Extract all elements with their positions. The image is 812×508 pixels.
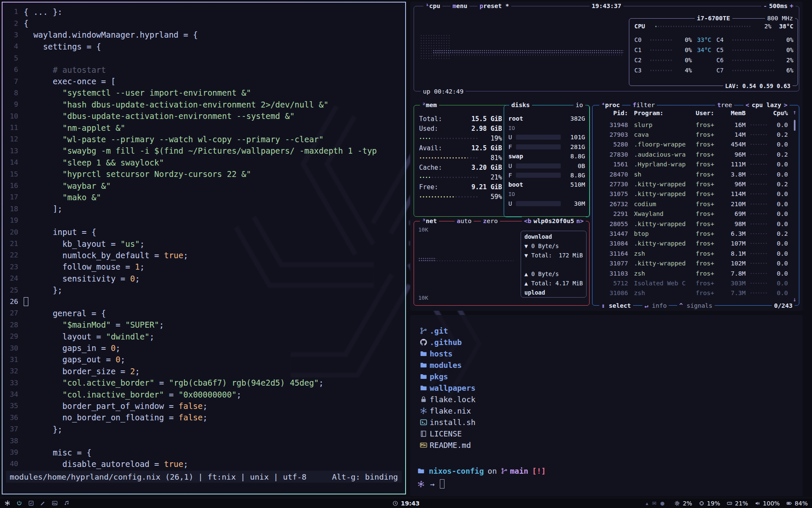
net-zero-button[interactable]: zero (481, 217, 500, 225)
editor-line[interactable]: 5 (5, 52, 404, 64)
launcher-power[interactable] (16, 500, 22, 506)
process-row[interactable]: 31447btopfros+6.3M0.2 (598, 229, 788, 238)
disks-io-mode[interactable]: io (573, 101, 585, 109)
editor-line[interactable]: 7 exec-once = [ (5, 75, 404, 87)
editor-line[interactable]: 10 "dbus-update-activation-environment -… (5, 110, 404, 122)
bar-stat-speaker[interactable]: 100% (754, 500, 780, 507)
launcher-pencil[interactable] (40, 500, 46, 506)
bar-stat-gear[interactable]: 2% (674, 500, 692, 507)
editor-line[interactable]: 36 no_border_on_floating = false; (5, 412, 404, 423)
editor-line[interactable]: 34 "col.inactive_border" = "0x00000000"; (5, 389, 404, 400)
process-row[interactable]: 31075.kitty-wrappedfros+114M0.0 (598, 189, 788, 199)
mem-box-title[interactable]: ²mem (420, 101, 439, 109)
launcher-music[interactable] (63, 500, 70, 506)
editor-line[interactable]: 22 numlock_by_default = true; (5, 249, 404, 261)
terminal-window[interactable]: .git.githubhostsmodulespkgswallpapersfla… (410, 315, 803, 496)
process-row[interactable]: 27830.audacious-wrafros+96M0.2 (598, 149, 788, 159)
process-row[interactable]: 5280.floorp-wrappefros+454M0.0 (598, 140, 788, 149)
process-row[interactable]: 31084.kitty-wrappedfros+107M0.0 (598, 239, 788, 248)
proc-box-title[interactable]: ⁴proc (599, 101, 622, 109)
code-text: "hash dbus-update-activation-environment… (24, 100, 329, 109)
proc-scrollbar[interactable] (794, 120, 796, 131)
bar-stat-chip[interactable]: 19% (699, 500, 720, 507)
editor-line[interactable]: 16 "waybar &" (5, 180, 404, 191)
btop-window[interactable]: ¹cpu menu preset * 19:43:37 -500ms+ i7-6… (410, 2, 803, 311)
editor-line[interactable]: 29 layout = "dwindle"; (5, 331, 404, 342)
editor-line[interactable]: 14 "sleep 1 && swaylock" (5, 157, 404, 168)
launcher-nix[interactable] (4, 500, 11, 506)
proc-signals-action[interactable]: ^ signals (677, 301, 715, 310)
editor-line[interactable]: 18 ]; (5, 203, 404, 215)
editor-line[interactable]: 27 general = { (5, 307, 404, 319)
editor-line[interactable]: 6 # autostart (5, 64, 404, 75)
launcher-image[interactable] (52, 500, 58, 506)
editor-line[interactable]: 28 "$mainMod" = "SUPER"; (5, 319, 404, 331)
shell-input-line[interactable]: → (417, 479, 444, 489)
proc-sort-switcher[interactable]: <cpu lazy> (743, 101, 790, 109)
editor-line[interactable]: 13 "swaybg -m fill -i $(find ~/Pictures/… (5, 145, 404, 157)
cpu-total-percent: 2% (755, 23, 771, 30)
editor-line[interactable]: 37 }; (5, 423, 404, 435)
net-auto-button[interactable]: auto (455, 217, 474, 225)
cpu-box-title[interactable]: ¹cpu (423, 2, 442, 10)
editor-line[interactable]: 31 gaps_out = 0; (5, 354, 404, 365)
menu-button[interactable]: menu (450, 2, 469, 10)
proc-info-action[interactable]: ↵ info (642, 301, 669, 310)
editor-line[interactable]: 38 (5, 435, 404, 446)
editor-line[interactable]: 2{ (5, 17, 404, 29)
editor-line[interactable]: 32 border_size = 2; (5, 365, 404, 377)
process-row[interactable]: 31948slurpfros+16M0.0 (598, 120, 788, 130)
editor-line[interactable]: 9 "hash dbus-update-activation-environme… (5, 99, 404, 110)
editor-line[interactable]: 12 "wl-paste --primary --watch wl-copy -… (5, 133, 404, 145)
net-device-switcher[interactable]: <bwlp0s20f0u5n> (522, 217, 586, 225)
update-interval[interactable]: -500ms+ (761, 2, 796, 10)
editor-line[interactable]: 3 wayland.windowManager.hyprland = { (5, 29, 404, 41)
editor-line[interactable]: 19 (5, 215, 404, 226)
editor-line[interactable]: 33 "col.active_border" = "rgb(cba6f7) rg… (5, 377, 404, 389)
editor-window[interactable]: 1{ ... }:2{3 wayland.windowManager.hyprl… (2, 2, 406, 494)
scroll-up-icon[interactable]: ↑ (793, 109, 796, 116)
editor-line[interactable]: 35 border_part_of_window = false; (5, 400, 404, 411)
process-row[interactable]: 5712Isolated Web Cfros+303M0.0 (598, 278, 788, 288)
process-row[interactable]: 31086zshfros+7.3M0.0 (598, 288, 788, 298)
tray-up[interactable]: ▴ (646, 500, 648, 506)
process-row[interactable]: 26732codiumfros+210M0.0 (598, 199, 788, 209)
process-row[interactable]: 31164zshfros+8.1M0.0 (598, 248, 788, 258)
tray-app[interactable]: ● (660, 500, 664, 506)
editor-line[interactable]: 30 gaps_in = 0; (5, 342, 404, 353)
process-row[interactable]: 28055.kitty-wrappedfros+98M0.0 (598, 219, 788, 229)
bar-stat-battery[interactable]: 84% (786, 500, 808, 507)
disks-title[interactable]: disks (509, 101, 532, 109)
preset-button[interactable]: preset * (477, 2, 511, 10)
bar-stat-disk[interactable]: 21% (727, 500, 748, 507)
process-row[interactable]: 27730.kitty-wrappedfros+96M0.2 (598, 179, 788, 189)
editor-line[interactable]: 24 sensitivity = 0; (5, 273, 404, 284)
launcher-checklist[interactable] (28, 500, 34, 506)
editor-line[interactable]: 39 misc = { (5, 447, 404, 458)
editor-line[interactable]: 40 disable_autoreload = true; (5, 458, 404, 469)
editor-line[interactable]: 23 follow_mouse = 1; (5, 261, 404, 273)
process-row[interactable]: 28470shfros+3.8M0.0 (598, 169, 788, 179)
editor-line[interactable]: 25 }; (5, 284, 404, 295)
proc-tree-button[interactable]: tree (715, 101, 734, 109)
net-box-title[interactable]: ³net (420, 217, 439, 225)
editor-line[interactable]: 17 "mako &" (5, 191, 404, 203)
editor-line[interactable]: 4 settings = { (5, 41, 404, 52)
tray-mail[interactable]: ✉ (652, 500, 656, 506)
bar-clock[interactable]: 19:43 (392, 500, 420, 507)
process-row[interactable]: 27903cavafros+14M0.2 (598, 130, 788, 139)
process-row[interactable]: 2291Xwaylandfros+69M0.0 (598, 209, 788, 219)
editor-line[interactable]: 1{ ... }: (5, 6, 404, 17)
proc-select-action[interactable]: ↕ select (599, 301, 633, 310)
editor-line[interactable]: 11 "nm-applet &" (5, 122, 404, 133)
process-row[interactable]: 31103zshfros+7.8M0.0 (598, 268, 788, 278)
process-row[interactable]: 31077.kitty-wrappedfros+102M0.0 (598, 258, 788, 268)
editor-line[interactable]: 20 input = { (5, 226, 404, 237)
editor-buffer[interactable]: 1{ ... }:2{3 wayland.windowManager.hyprl… (5, 6, 404, 470)
editor-line[interactable]: 15 "hyprctl setcursor Nordzy-cursors 22 … (5, 168, 404, 179)
proc-filter-button[interactable]: filter (631, 101, 657, 109)
process-row[interactable]: 1561.Hyprland-wrapfros+111M0.0 (598, 160, 788, 169)
editor-line[interactable]: 21 kb_layout = "us"; (5, 238, 404, 249)
editor-line[interactable]: 8 "systemctl --user import-environment &… (5, 87, 404, 99)
editor-line[interactable]: 26 (5, 296, 404, 307)
